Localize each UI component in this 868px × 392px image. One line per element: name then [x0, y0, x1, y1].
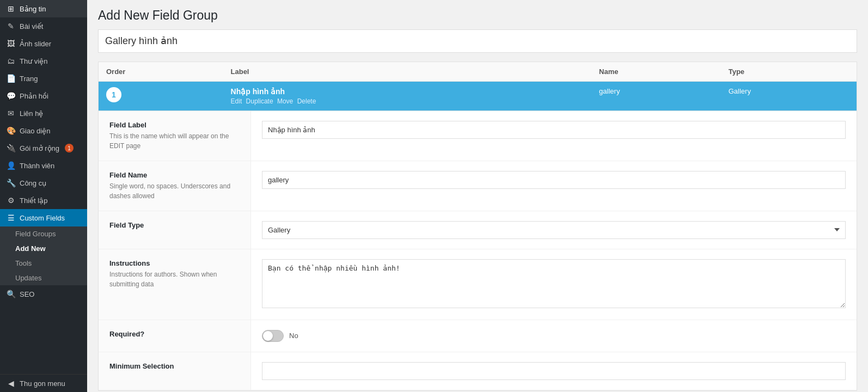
field-type-cell-0: Gallery — [721, 81, 857, 111]
phan-hoi-icon: 💬 — [7, 91, 15, 100]
cong-cu-icon: 🔧 — [7, 179, 15, 187]
form-input-col-instructions: Bạn có thể nhập nhiều hình ảnh! — [251, 249, 857, 320]
fields-table: OrderLabelNameType 1Nhập hình ảnhEdit Du… — [98, 62, 857, 111]
sidebar-item-lien-he[interactable]: ✉Liên hệ — [0, 105, 87, 122]
form-row-required: Required?No — [99, 320, 857, 352]
sidebar-item-cong-cu[interactable]: 🔧Công cụ — [0, 174, 87, 192]
form-row-field-type: Field TypeGalleryTextTextareaNumberEmail… — [99, 211, 857, 249]
field-action-move-0[interactable]: Move — [277, 97, 293, 105]
field-label-text-0: Nhập hình ảnh — [231, 87, 584, 96]
custom-fields-icon: ☰ — [7, 213, 15, 222]
submenu-item-add-new[interactable]: Add New — [0, 241, 87, 256]
sidebar-item-bai-viet[interactable]: ✎Bài viết — [0, 17, 87, 35]
sidebar-item-thanh-vien[interactable]: 👤Thành viên — [0, 157, 87, 174]
sidebar-item-label-trang: Trang — [20, 75, 38, 83]
main-content: Add New Field Group OrderLabelNameType 1… — [87, 0, 868, 392]
form-row-field-name: Field NameSingle word, no spaces. Unders… — [99, 161, 857, 211]
sidebar-item-label-bang-tin: Bảng tin — [20, 5, 46, 13]
sidebar-item-giao-dien[interactable]: 🎨Giao diện — [0, 122, 87, 139]
form-row-instructions: InstructionsInstructions for authors. Sh… — [99, 249, 857, 320]
sidebar-item-label-thanh-vien: Thành viên — [20, 162, 54, 170]
content-area: OrderLabelNameType 1Nhập hình ảnhEdit Du… — [87, 29, 868, 392]
form-input-col-field-name — [251, 161, 857, 211]
sidebar-collapse-button[interactable]: ◀ Thu gon menu — [0, 375, 87, 392]
sidebar-item-seo[interactable]: 🔍SEO — [0, 285, 87, 303]
form-input-field-label[interactable] — [262, 121, 846, 139]
seo-icon: 🔍 — [7, 290, 15, 298]
anh-slider-icon: 🖼 — [7, 39, 15, 48]
sidebar-item-label-bai-viet: Bài viết — [20, 22, 43, 30]
page-title: Add New Field Group — [98, 8, 857, 24]
sidebar-item-thiet-lap[interactable]: ⚙Thiết lập — [0, 192, 87, 209]
form-textarea-instructions[interactable]: Bạn có thể nhập nhiều hình ảnh! — [262, 259, 846, 308]
form-input-col-field-type: GalleryTextTextareaNumberEmailURLImageFi… — [251, 211, 857, 249]
form-label-col-field-type: Field Type — [99, 211, 251, 249]
sidebar-item-label-thiet-lap: Thiết lập — [20, 197, 47, 205]
form-label-col-field-name: Field NameSingle word, no spaces. Unders… — [99, 161, 251, 211]
col-header-type: Type — [721, 62, 857, 81]
field-label-cell-0: Nhập hình ảnhEdit Duplicate Move Delete — [223, 81, 592, 111]
collapse-icon: ◀ — [7, 379, 15, 388]
badge-goi-mo-rong: 1 — [65, 144, 74, 152]
thanh-vien-icon: 👤 — [7, 161, 15, 170]
form-label-col-required: Required? — [99, 320, 251, 352]
col-header-name: Name — [591, 62, 721, 81]
field-order-0: 1 — [99, 81, 223, 111]
sidebar-item-custom-fields[interactable]: ☰Custom Fields — [0, 209, 87, 226]
sidebar-item-anh-slider[interactable]: 🖼Ảnh slider — [0, 35, 87, 52]
group-name-input[interactable] — [98, 29, 857, 53]
sidebar-item-label-seo: SEO — [20, 290, 34, 298]
table-row-0: 1Nhập hình ảnhEdit Duplicate Move Delete… — [99, 81, 857, 111]
form-input-col-field-label — [251, 111, 857, 161]
form-toggle-required[interactable] — [262, 330, 284, 342]
custom-fields-submenu: Field GroupsAdd NewToolsUpdates — [0, 226, 87, 285]
field-action-duplicate-0[interactable]: Duplicate — [246, 97, 273, 105]
form-label-col-field-label: Field LabelThis is the name which will a… — [99, 111, 251, 161]
sidebar-item-label-thu-vien: Thư viện — [20, 57, 47, 65]
form-select-field-type[interactable]: GalleryTextTextareaNumberEmailURLImageFi… — [262, 221, 846, 239]
lien-he-icon: ✉ — [7, 109, 15, 118]
sidebar-item-label-goi-mo-rong: Gói mở rộng — [20, 144, 59, 152]
form-input-field-name[interactable] — [262, 171, 846, 189]
sidebar-item-trang[interactable]: 📄Trang — [0, 70, 87, 87]
sidebar-item-phan-hoi[interactable]: 💬Phản hồi — [0, 87, 87, 105]
form-field-label-field-name: Field Name — [109, 171, 240, 179]
sidebar-item-label-custom-fields: Custom Fields — [20, 214, 65, 222]
form-input-minimum-selection[interactable] — [262, 362, 846, 380]
sidebar-collapse-label: Thu gon menu — [20, 379, 65, 388]
sidebar-item-thu-vien[interactable]: 🗂Thư viện — [0, 52, 87, 70]
submenu-item-updates[interactable]: Updates — [0, 271, 87, 285]
form-label-col-minimum-selection: Minimum Selection — [99, 352, 251, 390]
field-actions-0: Edit Duplicate Move Delete — [231, 97, 584, 105]
form-field-desc-instructions: Instructions for authors. Shown when sub… — [109, 270, 240, 289]
sidebar-item-label-cong-cu: Công cụ — [20, 179, 46, 187]
order-badge-0: 1 — [106, 87, 121, 102]
submenu-item-tools[interactable]: Tools — [0, 256, 87, 271]
form-toggle-label-required: No — [289, 332, 298, 340]
form-input-col-required: No — [251, 320, 857, 352]
thiet-lap-icon: ⚙ — [7, 196, 15, 205]
field-name-cell-0: gallery — [591, 81, 721, 111]
form-field-label-minimum-selection: Minimum Selection — [109, 362, 240, 370]
form-field-desc-field-label: This is the name which will appear on th… — [109, 131, 240, 151]
field-action-edit-0[interactable]: Edit — [231, 97, 242, 105]
thu-vien-icon: 🗂 — [7, 57, 15, 65]
sidebar-item-bang-tin[interactable]: ⊞Bảng tin — [0, 0, 87, 17]
sidebar: ⊞Bảng tin✎Bài viết🖼Ảnh slider🗂Thư viện📄T… — [0, 0, 87, 392]
giao-dien-icon: 🎨 — [7, 126, 15, 135]
field-action-delete-0[interactable]: Delete — [297, 97, 316, 105]
submenu-item-field-groups[interactable]: Field Groups — [0, 226, 87, 241]
goi-mo-rong-icon: 🔌 — [7, 144, 15, 152]
form-field-label-required: Required? — [109, 330, 240, 338]
sidebar-item-label-phan-hoi: Phản hồi — [20, 92, 48, 100]
sidebar-item-goi-mo-rong[interactable]: 🔌Gói mở rộng1 — [0, 139, 87, 157]
sidebar-item-label-giao-dien: Giao diện — [20, 127, 50, 135]
form-field-label-instructions: Instructions — [109, 259, 240, 267]
col-header-label: Label — [223, 62, 592, 81]
form-row-minimum-selection: Minimum Selection — [99, 352, 857, 390]
form-field-label-field-label: Field Label — [109, 121, 240, 129]
trang-icon: 📄 — [7, 74, 15, 83]
form-field-desc-field-name: Single word, no spaces. Underscores and … — [109, 181, 240, 201]
sidebar-item-label-anh-slider: Ảnh slider — [20, 40, 51, 48]
form-field-label-field-type: Field Type — [109, 221, 240, 229]
